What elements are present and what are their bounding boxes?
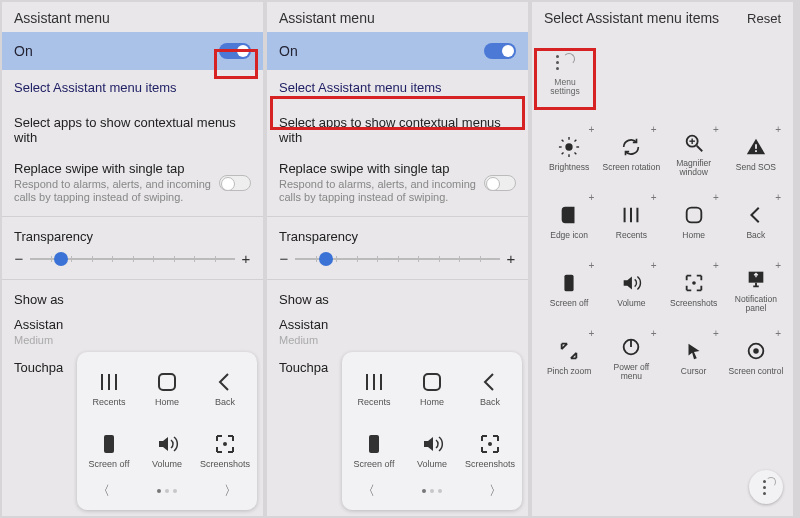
reset-button[interactable]: Reset bbox=[747, 11, 781, 26]
notif-icon bbox=[745, 268, 767, 290]
pinch-icon bbox=[558, 340, 580, 362]
transparency-slider[interactable]: − + bbox=[279, 250, 516, 267]
slider-track[interactable] bbox=[295, 258, 500, 260]
replace-swipe-sub: Respond to alarms, alerts, and incoming … bbox=[14, 178, 219, 204]
transparency-slider[interactable]: − + bbox=[14, 250, 251, 267]
show-as-label: Show as bbox=[267, 284, 528, 309]
assistant-plus-label[interactable]: Assistan bbox=[2, 309, 263, 334]
grid-item-back[interactable]: +Back bbox=[725, 190, 787, 254]
grid-item-cursor[interactable]: +Cursor bbox=[663, 326, 725, 390]
grid-item-label: Recents bbox=[616, 231, 647, 240]
popup-item-back[interactable]: Back bbox=[197, 358, 253, 418]
items-grid: +Brightness+Screen rotation+Magnifier wi… bbox=[538, 122, 787, 470]
select-apps-link[interactable]: Select apps to show contextual menus wit… bbox=[267, 105, 528, 153]
replace-swipe-label: Replace swipe with single tap bbox=[279, 161, 484, 176]
add-icon: + bbox=[651, 192, 657, 203]
svg-line-16 bbox=[696, 145, 702, 151]
screenoff-icon bbox=[362, 432, 386, 456]
grid-item-edge[interactable]: +Edge icon bbox=[538, 190, 600, 254]
select-assistant-items-link[interactable]: Select Assistant menu items bbox=[267, 70, 528, 105]
grid-item-notif[interactable]: +Notification panel bbox=[725, 258, 787, 322]
assistant-popup[interactable]: Recents Home Back Screen off Volume Scre… bbox=[77, 352, 257, 510]
grid-item-label: Notification panel bbox=[727, 295, 785, 313]
pager-prev[interactable]: 〈 bbox=[362, 482, 375, 500]
assistant-fab[interactable] bbox=[749, 470, 783, 504]
popup-item-screenshots[interactable]: Screenshots bbox=[197, 420, 253, 480]
pager-dots bbox=[422, 489, 442, 493]
grid-item-control[interactable]: +Screen control bbox=[725, 326, 787, 390]
popup-item-recents[interactable]: Recents bbox=[346, 358, 402, 418]
grid-item-screenshot[interactable]: +Screenshots bbox=[663, 258, 725, 322]
plus-icon[interactable]: + bbox=[241, 250, 251, 267]
screenshot-icon bbox=[478, 432, 502, 456]
home-icon bbox=[420, 370, 444, 394]
grid-item-label: Screen off bbox=[550, 299, 589, 308]
add-icon: + bbox=[713, 328, 719, 339]
popup-item-screenoff[interactable]: Screen off bbox=[81, 420, 137, 480]
replace-swipe-row[interactable]: Replace swipe with single tap Respond to… bbox=[2, 153, 263, 212]
menu-settings-item[interactable]: Menu settings bbox=[541, 52, 589, 95]
slider-thumb[interactable] bbox=[54, 252, 68, 266]
grid-item-brightness[interactable]: +Brightness bbox=[538, 122, 600, 186]
replace-swipe-switch[interactable] bbox=[484, 175, 516, 191]
popup-item-recents[interactable]: Recents bbox=[81, 358, 137, 418]
plus-icon[interactable]: + bbox=[506, 250, 516, 267]
popup-item-screenshots[interactable]: Screenshots bbox=[462, 420, 518, 480]
pager-prev[interactable]: 〈 bbox=[97, 482, 110, 500]
svg-rect-19 bbox=[755, 144, 757, 149]
minus-icon[interactable]: − bbox=[279, 250, 289, 267]
pager-next[interactable]: 〉 bbox=[224, 482, 237, 500]
screen-3: Select Assistant menu items Reset Menu s… bbox=[532, 2, 793, 516]
home-icon bbox=[155, 370, 179, 394]
grid-item-home[interactable]: +Home bbox=[663, 190, 725, 254]
pager-dots bbox=[157, 489, 177, 493]
menu-settings-label: Menu settings bbox=[541, 78, 589, 95]
grid-item-pinch[interactable]: +Pinch zoom bbox=[538, 326, 600, 390]
assistant-popup[interactable]: Recents Home Back Screen off Volume Scre… bbox=[342, 352, 522, 510]
master-toggle-row[interactable]: On bbox=[267, 32, 528, 70]
popup-item-home[interactable]: Home bbox=[404, 358, 460, 418]
master-toggle-row[interactable]: On bbox=[2, 32, 263, 70]
svg-point-23 bbox=[692, 281, 696, 285]
screen-1: Assistant menu On Select Assistant menu … bbox=[2, 2, 263, 516]
screen-2: Assistant menu On Select Assistant menu … bbox=[267, 2, 528, 516]
divider bbox=[267, 216, 528, 217]
add-icon: + bbox=[651, 260, 657, 271]
slider-track[interactable] bbox=[30, 258, 235, 260]
divider bbox=[267, 279, 528, 280]
assistant-plus-label[interactable]: Assistan bbox=[267, 309, 528, 334]
svg-point-6 bbox=[565, 143, 572, 150]
grid-item-sos[interactable]: +Send SOS bbox=[725, 122, 787, 186]
toggle-switch-on[interactable] bbox=[219, 43, 251, 59]
slider-thumb[interactable] bbox=[319, 252, 333, 266]
minus-icon[interactable]: − bbox=[14, 250, 24, 267]
popup-item-screenoff[interactable]: Screen off bbox=[346, 420, 402, 480]
grid-item-magnifier[interactable]: +Magnifier window bbox=[663, 122, 725, 186]
popup-item-volume[interactable]: Volume bbox=[139, 420, 195, 480]
control-icon bbox=[745, 340, 767, 362]
grid-item-label: Pinch zoom bbox=[547, 367, 591, 376]
grid-item-label: Back bbox=[746, 231, 765, 240]
svg-rect-3 bbox=[424, 374, 440, 390]
add-icon: + bbox=[775, 192, 781, 203]
add-icon: + bbox=[588, 328, 594, 339]
grid-item-power[interactable]: +Power off menu bbox=[600, 326, 662, 390]
recents-icon bbox=[362, 370, 386, 394]
replace-swipe-row[interactable]: Replace swipe with single tap Respond to… bbox=[267, 153, 528, 212]
grid-item-screenoff[interactable]: +Screen off bbox=[538, 258, 600, 322]
grid-item-recents[interactable]: +Recents bbox=[600, 190, 662, 254]
svg-rect-0 bbox=[159, 374, 175, 390]
select-assistant-items-link[interactable]: Select Assistant menu items bbox=[2, 70, 263, 105]
grid-item-rotation[interactable]: +Screen rotation bbox=[600, 122, 662, 186]
popup-item-home[interactable]: Home bbox=[139, 358, 195, 418]
brightness-icon bbox=[558, 136, 580, 158]
toggle-switch-on[interactable] bbox=[484, 43, 516, 59]
add-icon: + bbox=[713, 260, 719, 271]
select-apps-link[interactable]: Select apps to show contextual menus wit… bbox=[2, 105, 263, 153]
page-title-bar: Select Assistant menu items Reset bbox=[532, 2, 793, 32]
grid-item-volume[interactable]: +Volume bbox=[600, 258, 662, 322]
popup-item-volume[interactable]: Volume bbox=[404, 420, 460, 480]
popup-item-back[interactable]: Back bbox=[462, 358, 518, 418]
replace-swipe-switch[interactable] bbox=[219, 175, 251, 191]
pager-next[interactable]: 〉 bbox=[489, 482, 502, 500]
